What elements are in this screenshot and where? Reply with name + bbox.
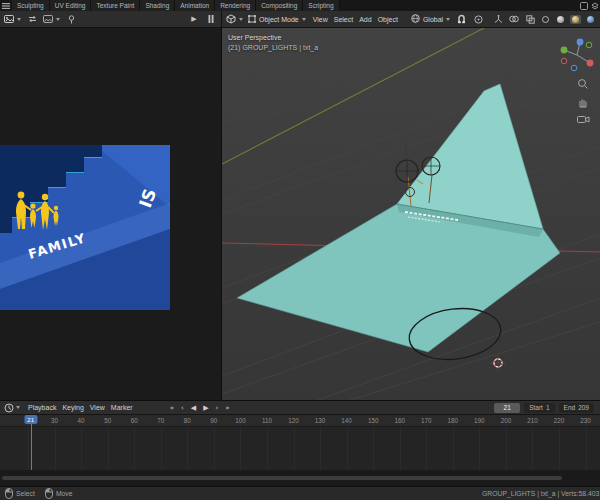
swap-image-icon[interactable]: [26, 13, 38, 26]
play-reverse-button[interactable]: ◀: [188, 403, 199, 413]
timeline-gridline: [28, 427, 29, 471]
ruler-frame-number: 200: [501, 415, 512, 427]
navigation-gizmo[interactable]: [559, 36, 595, 73]
scene-icon[interactable]: [578, 0, 589, 11]
xray-toggle-icon[interactable]: [524, 13, 536, 26]
workspace-tab-compositing[interactable]: Compositing: [256, 0, 303, 11]
viewport-menu-object[interactable]: Object: [376, 16, 400, 23]
timeline-gridline: [187, 427, 188, 471]
backdrop-mesh[interactable]: [237, 84, 560, 352]
shading-solid-icon[interactable]: [555, 15, 566, 24]
object-mode-icon: [248, 15, 256, 24]
viewport-scene[interactable]: [222, 28, 600, 400]
shading-rendered-icon[interactable]: [585, 15, 596, 24]
play-button[interactable]: ▶: [200, 403, 211, 413]
ruler-frame-number: 220: [554, 415, 565, 427]
image-browse-button[interactable]: [43, 14, 60, 25]
timeline-menu-playback[interactable]: Playback: [26, 404, 58, 411]
jump-to-prev-keyframe-button[interactable]: ‹: [178, 403, 187, 413]
zoom-icon[interactable]: [576, 78, 590, 90]
3d-cursor: [490, 355, 506, 371]
play-icon[interactable]: ▶: [188, 13, 200, 26]
jump-to-next-keyframe-button[interactable]: ›: [213, 403, 222, 413]
frame-start-label: Start: [529, 404, 543, 411]
timeline-gridline: [453, 427, 454, 471]
ruler-frame-number: 30: [51, 415, 58, 427]
ruler-frame-number: 40: [78, 415, 85, 427]
timeline-gridline: [240, 427, 241, 471]
ruler-frame-number: 70: [157, 415, 164, 427]
chevron-down-icon: [16, 406, 20, 409]
ruler-frame-number: 50: [104, 415, 111, 427]
mouse-icon: [5, 488, 13, 500]
jump-to-start-button[interactable]: «: [167, 403, 177, 413]
chevron-down-icon: [302, 18, 306, 21]
scene-stats: GROUP_LIGHTS | txt_a | Verts:58.403 | Fa…: [482, 487, 600, 500]
proportional-editing-icon[interactable]: [472, 13, 484, 26]
workspace-tabs: SculptingUV EditingTexture PaintShadingA…: [12, 0, 340, 11]
timeline-ruler[interactable]: 2030405060708090100110120130140150160170…: [0, 415, 600, 427]
ruler-frame-number: 120: [288, 415, 299, 427]
pause-icon[interactable]: [205, 13, 217, 26]
show-gizmo-icon[interactable]: [492, 13, 504, 26]
timeline-gridline: [506, 427, 507, 471]
workspace-tab-texture-paint[interactable]: Texture Paint: [91, 0, 140, 11]
overlays-icon[interactable]: [508, 13, 520, 26]
timeline-menu-view[interactable]: View: [88, 404, 107, 411]
viewport-menus: ViewSelectAddObject: [311, 16, 400, 23]
ruler-frame-number: 90: [210, 415, 217, 427]
view-layer-icon[interactable]: [589, 0, 600, 11]
viewport-menu-add[interactable]: Add: [357, 16, 373, 23]
hint-label: Select: [16, 490, 35, 497]
timeline-gridline: [320, 427, 321, 471]
hint-select: Select: [5, 488, 35, 500]
transform-orientation-select[interactable]: Global: [411, 14, 450, 24]
pin-icon[interactable]: [65, 13, 77, 26]
horizontal-scrollbar[interactable]: [2, 476, 562, 480]
playhead-frame-label[interactable]: 21: [24, 415, 37, 424]
timeline-gridline: [426, 427, 427, 471]
timeline-editor-icon[interactable]: [4, 403, 20, 413]
ruler-frame-number: 130: [315, 415, 326, 427]
shading-material-icon[interactable]: [570, 15, 581, 24]
ruler-frame-number: 110: [262, 415, 272, 427]
editor-type-button[interactable]: [4, 14, 21, 25]
image-editor[interactable]: FAMILY IS: [0, 28, 222, 400]
ruler-frame-number: 190: [474, 415, 485, 427]
app-menu-icon[interactable]: [0, 0, 12, 11]
camera-view-icon[interactable]: [576, 114, 590, 124]
mode-select[interactable]: Object Mode: [248, 15, 306, 24]
viewport-menu-select[interactable]: Select: [332, 16, 355, 23]
workspace-tab-shading[interactable]: Shading: [140, 0, 175, 11]
workspace-tab-rendering[interactable]: Rendering: [215, 0, 256, 11]
current-frame-field[interactable]: 21: [494, 403, 520, 413]
chevron-down-icon: [446, 18, 450, 21]
blender-window: SculptingUV EditingTexture PaintShadingA…: [0, 0, 600, 500]
workspace-tab-sculpting[interactable]: Sculpting: [12, 0, 50, 11]
ruler-frame-number: 180: [448, 415, 459, 427]
ruler-frame-number: 150: [368, 415, 379, 427]
timeline-scroll-area: [0, 470, 600, 486]
timeline-header: PlaybackKeyingViewMarker «‹◀▶›» 21 Start…: [0, 401, 600, 415]
viewport-menu-view[interactable]: View: [311, 16, 330, 23]
frame-end-field[interactable]: End 209: [559, 403, 594, 413]
workspace-tab-uv-editing[interactable]: UV Editing: [50, 0, 92, 11]
viewport-editor-icon: [226, 14, 236, 25]
snap-magnet-icon[interactable]: [455, 13, 467, 26]
jump-to-end-button[interactable]: »: [222, 403, 232, 413]
shading-wireframe-icon[interactable]: [540, 15, 551, 24]
image-datablock-icon: [43, 14, 53, 25]
view-label: User Perspective: [228, 34, 281, 41]
timeline-gridline: [532, 427, 533, 471]
editor-type-button[interactable]: [226, 14, 243, 25]
workspace-tab-animation[interactable]: Animation: [175, 0, 215, 11]
timeline-tracks[interactable]: [0, 427, 600, 471]
timeline-menu-marker[interactable]: Marker: [109, 404, 135, 411]
timeline-menu-keying[interactable]: Keying: [60, 404, 85, 411]
frame-start-field[interactable]: Start 1: [524, 403, 554, 413]
pan-hand-icon[interactable]: [576, 96, 590, 108]
viewport[interactable]: User Perspective (21) GROUP_LIGHTS | txt…: [222, 28, 600, 400]
render-image: FAMILY IS: [0, 145, 170, 310]
timeline-gridline: [586, 427, 587, 471]
workspace-tab-scripting[interactable]: Scripting: [303, 0, 339, 11]
